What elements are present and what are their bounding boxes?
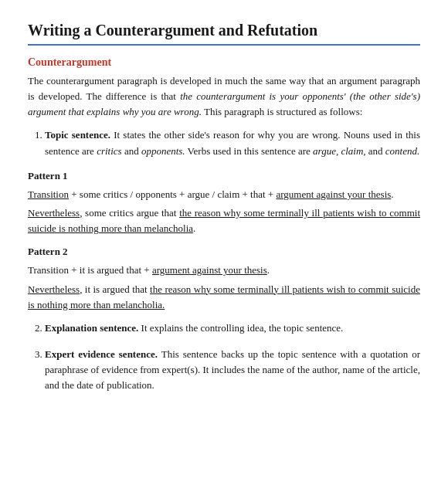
pattern-2-block: Pattern 2 Transition + it is argued that… xyxy=(28,244,420,313)
pattern-2-line1-start: Transition + it is argued that + xyxy=(28,264,152,276)
pattern-1-label: Pattern 1 xyxy=(28,168,420,184)
pattern-2-line1: Transition + it is argued that + argumen… xyxy=(28,263,420,278)
pattern-2-label: Pattern 2 xyxy=(28,244,420,259)
pattern-2-period: . xyxy=(267,264,270,276)
pattern-2-line2: Nevertheless, it is argued that the reas… xyxy=(28,282,420,313)
list-item-2: Explanation sentence. It explains the co… xyxy=(45,321,420,336)
page-title: Writing a Counterargument and Refutation xyxy=(28,22,420,46)
argument-underline-2: argument against your thesis xyxy=(152,264,267,276)
explanation-sentence-label: Explanation sentence. xyxy=(45,322,138,334)
pattern-1-mid: + some critics / opponents + argue / cla… xyxy=(69,188,276,200)
nevertheless-1: Nevertheless xyxy=(28,207,80,219)
pattern-1-period: . xyxy=(391,188,393,200)
transition-underline-1: Transition xyxy=(28,188,69,200)
pattern-1-line2: Nevertheless, some critics argue that th… xyxy=(28,205,420,236)
pattern-1-line1: Transition + some critics / opponents + … xyxy=(28,187,420,202)
intro-paragraph: The counterargument paragraph is develop… xyxy=(28,73,420,120)
list-item-1: Topic sentence. It states the other side… xyxy=(45,127,420,312)
main-list: Topic sentence. It states the other side… xyxy=(28,127,420,312)
argument-underline-1: argument against your thesis xyxy=(276,188,391,200)
secondary-list: Explanation sentence. It explains the co… xyxy=(28,321,420,394)
pattern-2-line2-mid: , it is argued that xyxy=(80,283,150,295)
pattern-1-line2-period: . xyxy=(193,222,195,234)
expert-evidence-label: Expert evidence sentence. xyxy=(45,348,158,360)
section-heading-counterargument: Counterargument xyxy=(28,56,420,69)
topic-sentence-label: Topic sentence. xyxy=(45,129,110,141)
page-container: Writing a Counterargument and Refutation… xyxy=(0,0,448,502)
pattern-1-line2-mid: , some critics argue that xyxy=(80,207,179,219)
pattern-1-block: Pattern 1 Transition + some critics / op… xyxy=(28,168,420,237)
intro-text-end: This paragraph is structured as follows: xyxy=(202,106,362,117)
list-item-3: Expert evidence sentence. This sentence … xyxy=(45,347,420,393)
nevertheless-2: Nevertheless xyxy=(28,283,80,295)
explanation-sentence-text: It explains the controlling idea, the to… xyxy=(141,322,344,334)
